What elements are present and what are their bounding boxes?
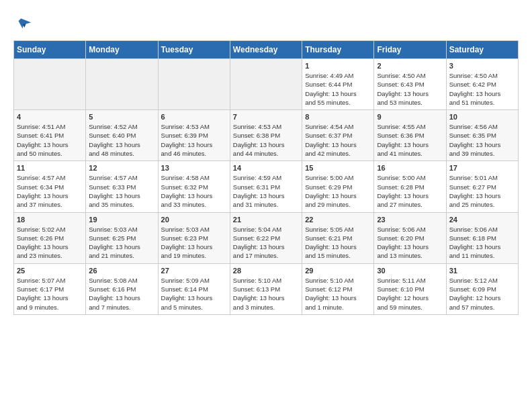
header-cell-sunday: Sunday [14, 41, 86, 59]
day-cell: 18Sunrise: 5:02 AM Sunset: 6:26 PM Dayli… [14, 212, 86, 263]
header-cell-thursday: Thursday [302, 41, 374, 59]
day-number: 26 [89, 267, 154, 275]
day-number: 11 [17, 164, 83, 172]
day-number: 17 [449, 164, 515, 172]
day-cell: 3Sunrise: 4:50 AM Sunset: 6:42 PM Daylig… [446, 59, 518, 110]
day-number: 29 [305, 267, 371, 275]
page-header [13, 13, 519, 34]
day-info: Sunrise: 4:57 AM Sunset: 6:34 PM Dayligh… [17, 173, 83, 209]
calendar-table: SundayMondayTuesdayWednesdayThursdayFrid… [13, 40, 519, 315]
day-info: Sunrise: 5:10 AM Sunset: 6:12 PM Dayligh… [305, 276, 371, 312]
day-info: Sunrise: 5:01 AM Sunset: 6:27 PM Dayligh… [449, 173, 515, 209]
day-number: 7 [233, 113, 299, 121]
header-cell-monday: Monday [86, 41, 158, 59]
day-cell [86, 59, 158, 110]
day-cell [158, 59, 230, 110]
day-number: 24 [449, 216, 515, 224]
day-info: Sunrise: 5:07 AM Sunset: 6:17 PM Dayligh… [17, 276, 83, 312]
day-cell: 16Sunrise: 5:00 AM Sunset: 6:28 PM Dayli… [374, 161, 446, 212]
day-info: Sunrise: 4:51 AM Sunset: 6:41 PM Dayligh… [17, 122, 83, 158]
week-row-3: 11Sunrise: 4:57 AM Sunset: 6:34 PM Dayli… [14, 161, 519, 212]
day-info: Sunrise: 5:09 AM Sunset: 6:14 PM Dayligh… [161, 276, 227, 312]
day-cell: 2Sunrise: 4:50 AM Sunset: 6:43 PM Daylig… [374, 59, 446, 110]
svg-marker-0 [19, 19, 32, 29]
day-cell: 23Sunrise: 5:06 AM Sunset: 6:20 PM Dayli… [374, 212, 446, 263]
day-cell: 31Sunrise: 5:12 AM Sunset: 6:09 PM Dayli… [446, 263, 518, 314]
day-number: 13 [161, 164, 227, 172]
day-number: 14 [233, 164, 299, 172]
day-cell: 26Sunrise: 5:08 AM Sunset: 6:16 PM Dayli… [86, 263, 158, 314]
day-cell: 14Sunrise: 4:59 AM Sunset: 6:31 PM Dayli… [230, 161, 302, 212]
day-cell: 1Sunrise: 4:49 AM Sunset: 6:44 PM Daylig… [302, 59, 374, 110]
day-number: 23 [377, 216, 443, 224]
day-info: Sunrise: 4:53 AM Sunset: 6:38 PM Dayligh… [233, 122, 299, 158]
day-info: Sunrise: 4:52 AM Sunset: 6:40 PM Dayligh… [89, 122, 154, 158]
day-number: 5 [89, 113, 154, 121]
day-info: Sunrise: 5:03 AM Sunset: 6:23 PM Dayligh… [161, 225, 227, 261]
day-number: 15 [305, 164, 371, 172]
day-info: Sunrise: 4:50 AM Sunset: 6:42 PM Dayligh… [449, 71, 515, 107]
day-number: 4 [17, 113, 83, 121]
day-cell: 8Sunrise: 4:54 AM Sunset: 6:37 PM Daylig… [302, 110, 374, 161]
week-row-1: 1Sunrise: 4:49 AM Sunset: 6:44 PM Daylig… [14, 59, 519, 110]
day-cell: 4Sunrise: 4:51 AM Sunset: 6:41 PM Daylig… [14, 110, 86, 161]
day-info: Sunrise: 5:06 AM Sunset: 6:18 PM Dayligh… [449, 225, 515, 261]
day-info: Sunrise: 5:02 AM Sunset: 6:26 PM Dayligh… [17, 225, 83, 261]
day-info: Sunrise: 4:55 AM Sunset: 6:36 PM Dayligh… [377, 122, 443, 158]
day-cell: 13Sunrise: 4:58 AM Sunset: 6:32 PM Dayli… [158, 161, 230, 212]
week-row-5: 25Sunrise: 5:07 AM Sunset: 6:17 PM Dayli… [14, 263, 519, 314]
day-cell: 28Sunrise: 5:10 AM Sunset: 6:13 PM Dayli… [230, 263, 302, 314]
header-cell-wednesday: Wednesday [230, 41, 302, 59]
day-info: Sunrise: 4:59 AM Sunset: 6:31 PM Dayligh… [233, 173, 299, 209]
day-info: Sunrise: 5:03 AM Sunset: 6:25 PM Dayligh… [89, 225, 154, 261]
day-info: Sunrise: 5:10 AM Sunset: 6:13 PM Dayligh… [233, 276, 299, 312]
day-number: 10 [449, 113, 515, 121]
week-row-2: 4Sunrise: 4:51 AM Sunset: 6:41 PM Daylig… [14, 110, 519, 161]
day-info: Sunrise: 5:00 AM Sunset: 6:28 PM Dayligh… [377, 173, 443, 209]
day-info: Sunrise: 5:06 AM Sunset: 6:20 PM Dayligh… [377, 225, 443, 261]
logo-icon [13, 13, 34, 34]
day-cell: 30Sunrise: 5:11 AM Sunset: 6:10 PM Dayli… [374, 263, 446, 314]
day-number: 12 [89, 164, 154, 172]
day-info: Sunrise: 4:57 AM Sunset: 6:33 PM Dayligh… [89, 173, 154, 209]
day-number: 2 [377, 62, 443, 70]
day-info: Sunrise: 4:56 AM Sunset: 6:35 PM Dayligh… [449, 122, 515, 158]
day-cell [14, 59, 86, 110]
day-number: 31 [449, 267, 515, 275]
day-cell: 11Sunrise: 4:57 AM Sunset: 6:34 PM Dayli… [14, 161, 86, 212]
header-cell-friday: Friday [374, 41, 446, 59]
day-info: Sunrise: 5:11 AM Sunset: 6:10 PM Dayligh… [377, 276, 443, 312]
day-info: Sunrise: 4:53 AM Sunset: 6:39 PM Dayligh… [161, 122, 227, 158]
day-number: 3 [449, 62, 515, 70]
week-row-4: 18Sunrise: 5:02 AM Sunset: 6:26 PM Dayli… [14, 212, 519, 263]
day-info: Sunrise: 5:00 AM Sunset: 6:29 PM Dayligh… [305, 173, 371, 209]
day-number: 30 [377, 267, 443, 275]
header-row: SundayMondayTuesdayWednesdayThursdayFrid… [14, 41, 519, 59]
day-number: 6 [161, 113, 227, 121]
day-info: Sunrise: 5:04 AM Sunset: 6:22 PM Dayligh… [233, 225, 299, 261]
day-cell: 22Sunrise: 5:05 AM Sunset: 6:21 PM Dayli… [302, 212, 374, 263]
day-cell: 9Sunrise: 4:55 AM Sunset: 6:36 PM Daylig… [374, 110, 446, 161]
day-cell: 17Sunrise: 5:01 AM Sunset: 6:27 PM Dayli… [446, 161, 518, 212]
day-number: 20 [161, 216, 227, 224]
header-cell-tuesday: Tuesday [158, 41, 230, 59]
header-cell-saturday: Saturday [446, 41, 518, 59]
day-info: Sunrise: 4:54 AM Sunset: 6:37 PM Dayligh… [305, 122, 371, 158]
day-number: 19 [89, 216, 154, 224]
day-number: 21 [233, 216, 299, 224]
day-cell: 19Sunrise: 5:03 AM Sunset: 6:25 PM Dayli… [86, 212, 158, 263]
logo [13, 13, 36, 34]
day-cell: 25Sunrise: 5:07 AM Sunset: 6:17 PM Dayli… [14, 263, 86, 314]
day-number: 16 [377, 164, 443, 172]
day-number: 25 [17, 267, 83, 275]
day-cell: 15Sunrise: 5:00 AM Sunset: 6:29 PM Dayli… [302, 161, 374, 212]
day-cell: 20Sunrise: 5:03 AM Sunset: 6:23 PM Dayli… [158, 212, 230, 263]
day-info: Sunrise: 5:08 AM Sunset: 6:16 PM Dayligh… [89, 276, 154, 312]
day-cell: 21Sunrise: 5:04 AM Sunset: 6:22 PM Dayli… [230, 212, 302, 263]
day-cell: 10Sunrise: 4:56 AM Sunset: 6:35 PM Dayli… [446, 110, 518, 161]
day-cell: 29Sunrise: 5:10 AM Sunset: 6:12 PM Dayli… [302, 263, 374, 314]
day-cell: 6Sunrise: 4:53 AM Sunset: 6:39 PM Daylig… [158, 110, 230, 161]
day-number: 1 [305, 62, 371, 70]
day-cell: 24Sunrise: 5:06 AM Sunset: 6:18 PM Dayli… [446, 212, 518, 263]
day-number: 28 [233, 267, 299, 275]
